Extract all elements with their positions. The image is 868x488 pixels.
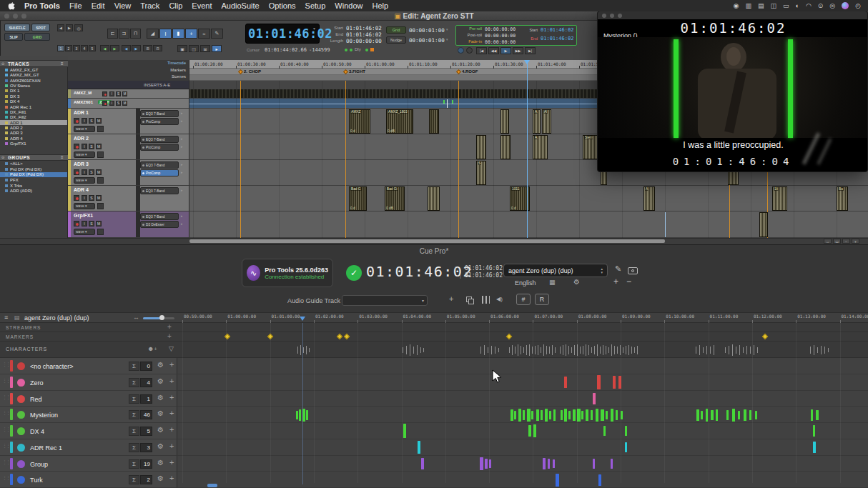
menu-item-help[interactable]: Help	[372, 1, 388, 10]
audio-clip[interactable]	[500, 135, 511, 159]
automation-box[interactable]	[97, 151, 104, 158]
automation-box[interactable]	[97, 229, 104, 235]
ruler-row-label-timecode[interactable]: Timecode	[68, 61, 186, 65]
track-name[interactable]: ADR 2	[74, 136, 89, 141]
add-cue-icon[interactable]: +	[169, 425, 174, 434]
sheet-marker-diamond[interactable]	[344, 334, 350, 339]
nudge-mode-button[interactable]: Nudge	[386, 36, 406, 44]
counter-menu-icon[interactable]: ▾	[313, 26, 315, 31]
insert-slot-eq3-7-band[interactable]: EQ3 7-Band	[140, 110, 179, 117]
sidebar-track-item-adr-2[interactable]: ADR 2	[0, 125, 67, 130]
wifi-icon[interactable]: ◠	[806, 2, 812, 9]
track-header-amxz601[interactable]: AMXZ60123.976ISM	[68, 99, 189, 109]
selector-tool-button[interactable]: ▮	[172, 29, 184, 39]
character-lane-turk[interactable]	[177, 472, 868, 488]
clock-icon[interactable]: ◴	[855, 2, 861, 9]
cue-bar[interactable]	[403, 424, 406, 438]
ruler-row-label-scenes[interactable]: Scenes	[68, 74, 186, 79]
track-name[interactable]: Grp/FX1	[74, 213, 93, 218]
cue-bar[interactable]	[564, 409, 567, 422]
insert-expand-icon[interactable]: ▸	[181, 111, 183, 115]
cue-bar[interactable]	[533, 424, 536, 437]
audio-clip[interactable]	[429, 109, 439, 134]
audio-clip-siern[interactable]: Siern	[583, 135, 598, 159]
record-enable-button[interactable]	[102, 101, 107, 106]
sidebar-track-item-adr-1[interactable]: ADR 1	[0, 120, 67, 125]
cue-bar[interactable]	[418, 441, 420, 454]
cue-bar[interactable]	[603, 426, 606, 436]
add-cue-icon[interactable]: +	[169, 360, 174, 369]
menu-item-view[interactable]: View	[114, 1, 132, 10]
insert-expand-icon[interactable]: ▸	[181, 188, 183, 192]
cue-bar[interactable]	[596, 409, 598, 422]
cue-bar[interactable]	[545, 409, 548, 422]
insert-expand-icon[interactable]: ▸	[181, 214, 183, 218]
sheet-marker-diamond[interactable]	[225, 334, 230, 339]
zoom-in-button[interactable]: ▶	[66, 24, 73, 31]
sidebar-track-item-ov-stereo[interactable]: OV Stereo	[0, 84, 67, 89]
video-titlebar[interactable]	[598, 11, 868, 19]
gear-icon[interactable]: ⚙	[157, 426, 164, 434]
group-item-adr-adr[interactable]: ADR (ADR)	[0, 189, 67, 194]
track-name[interactable]: AMXZ_M	[74, 91, 92, 95]
i-button[interactable]: I	[82, 169, 87, 175]
cue-bar[interactable]	[606, 411, 608, 419]
loop-playback-button[interactable]	[458, 47, 464, 54]
grid-value[interactable]: 00:00:01:00	[409, 27, 445, 34]
cue-bar[interactable]	[616, 410, 618, 420]
audio-clip[interactable]	[500, 109, 509, 134]
control-strip-icon[interactable]: ◫	[770, 2, 776, 9]
h-zoom-button[interactable]: ↔	[824, 239, 832, 244]
cue-bar[interactable]	[593, 459, 595, 469]
go-to-end-button[interactable]: ▶|	[525, 47, 536, 54]
nudge-button-0[interactable]: ◀	[100, 45, 109, 51]
transport-post-roll-value[interactable]: 00:00:00:00	[485, 33, 516, 39]
pencil-tool-button[interactable]: ✎	[211, 29, 223, 39]
gear-icon[interactable]: ⚙	[157, 394, 164, 402]
menu-item-file[interactable]: File	[69, 1, 82, 10]
nudge-menu-icon[interactable]: ▾	[446, 37, 448, 41]
s-button[interactable]: S	[89, 144, 94, 149]
add-cue-icon[interactable]: +	[169, 393, 174, 402]
track-name[interactable]: ADR 3	[74, 161, 89, 166]
cue-bar[interactable]	[523, 410, 525, 420]
m-button[interactable]: M	[96, 195, 102, 201]
zoom-preset-5[interactable]: 5	[89, 45, 96, 51]
drag-handle-icon[interactable]: ⋮⋮	[2, 475, 9, 481]
s-button[interactable]: S	[89, 118, 94, 124]
character-row-mysterion[interactable]: ⋮⋮MysterionΣ46⚙+	[0, 407, 177, 423]
cue-bar[interactable]	[514, 411, 516, 419]
sidebar-track-item-adr-3[interactable]: ADR 3	[0, 131, 67, 136]
audio-clip-al[interactable]: Al	[542, 109, 551, 134]
zoom-preset-4[interactable]: 4	[81, 45, 88, 51]
zoom-tool-icon[interactable]: ◎	[74, 24, 83, 31]
sheet-playhead-marker[interactable]	[300, 317, 305, 321]
gear-icon[interactable]: ⚙	[157, 361, 164, 369]
cue-bar[interactable]	[577, 409, 581, 422]
cue-bar[interactable]	[597, 375, 601, 389]
character-row-no-character[interactable]: ⋮⋮<no character>Σ0⚙+	[0, 358, 177, 374]
cue-bar[interactable]	[306, 410, 308, 420]
playlist-view-selector[interactable]: wave ▾	[74, 151, 95, 158]
sidebar-track-item-adr-4[interactable]: ADR 4	[0, 136, 67, 141]
sidebar-track-item-dx-4[interactable]: DX 4	[0, 99, 67, 104]
cue-bar[interactable]	[711, 410, 714, 420]
trim-tool-button[interactable]: I	[159, 29, 172, 39]
menu-item-audiosuite[interactable]: AudioSuite	[221, 1, 259, 10]
sidebar-track-item-dx-1[interactable]: DX 1	[0, 89, 67, 94]
zoom-preset-2[interactable]: 2	[65, 45, 72, 51]
sidebar-track-item-dx-fill1[interactable]: DX_Fill1	[0, 109, 67, 114]
groups-panel-menu-icon[interactable]: ⊙	[1, 155, 4, 159]
cue-bar[interactable]	[601, 409, 604, 421]
nudge-button-2[interactable]: ◀	[122, 45, 131, 51]
sheet-marker-diamond[interactable]	[762, 334, 768, 339]
cue-bar[interactable]	[553, 459, 555, 468]
track-header-adr-3[interactable]: ADR 3ISMwave ▾EQ3 7-Band▸ProComp▸	[68, 160, 189, 186]
m-button[interactable]: M	[96, 118, 102, 124]
cue-bar[interactable]	[593, 393, 596, 404]
cue-bar[interactable]	[738, 411, 740, 419]
scrubber-tool-button[interactable]: ≈	[198, 29, 210, 39]
cue-bar[interactable]	[296, 411, 298, 419]
cue-bar[interactable]	[299, 409, 301, 421]
audio-clip[interactable]	[759, 212, 768, 237]
